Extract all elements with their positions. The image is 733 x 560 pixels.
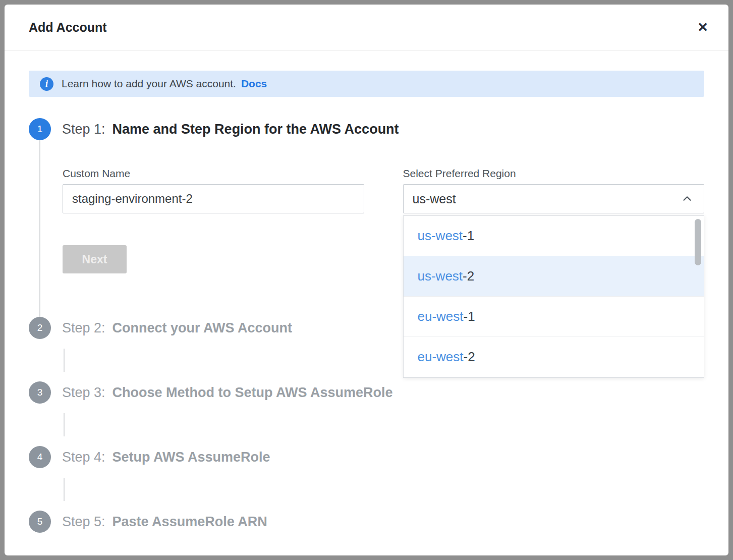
region-option-us-west-1[interactable]: us-west-1 — [404, 216, 704, 256]
custom-name-input[interactable] — [63, 184, 364, 213]
step-3-label: Step 3: — [62, 385, 105, 400]
option-rest-text: -2 — [464, 349, 475, 365]
step-1-body: Custom Name Next Select Preferred Region… — [39, 140, 704, 317]
option-match-text: us-west — [418, 228, 463, 244]
info-icon: i — [40, 77, 53, 91]
step-4-text: Step 4:Setup AWS AssumeRole — [62, 450, 270, 465]
step-5-label: Step 5: — [62, 514, 105, 529]
step-2-label: Step 2: — [62, 320, 105, 335]
step-4-header: 4 Step 4:Setup AWS AssumeRole — [29, 446, 704, 468]
step-2-text: Step 2:Connect your AWS Account — [62, 320, 292, 336]
region-dropdown-menu: us-west-1 us-west-2 eu-west-1 eu-west-2 — [403, 215, 705, 378]
step-1-text: Step 1:Name and Step Region for the AWS … — [62, 122, 399, 137]
step-1-label: Step 1: — [62, 122, 105, 137]
step-3-header: 3 Step 3:Choose Method to Setup AWS Assu… — [29, 381, 704, 404]
banner-text: Learn how to add your AWS account. — [62, 78, 236, 90]
region-select-value: us-west — [413, 192, 456, 206]
steps-list: 1 Step 1:Name and Step Region for the AW… — [5, 97, 728, 533]
region-select-wrap: us-west us-west-1 us-west-2 — [403, 184, 705, 213]
dropdown-scrollbar[interactable] — [695, 219, 701, 265]
step-5-title: Paste AssumeRole ARN — [112, 514, 267, 529]
custom-name-column: Custom Name Next — [63, 167, 364, 273]
region-option-us-west-2[interactable]: us-west-2 — [404, 256, 704, 297]
add-account-modal: Add Account ✕ i Learn how to add your AW… — [5, 5, 728, 555]
option-match-text: eu-west — [418, 309, 464, 324]
step-4-label: Step 4: — [62, 450, 105, 465]
region-select[interactable]: us-west — [403, 184, 705, 213]
modal-title: Add Account — [29, 20, 107, 35]
step-connector — [64, 468, 704, 511]
option-match-text: us-west — [418, 268, 463, 284]
step-3-title: Choose Method to Setup AWS AssumeRole — [112, 385, 393, 400]
step-3-text: Step 3:Choose Method to Setup AWS Assume… — [62, 385, 393, 401]
step-4-number-badge: 4 — [29, 446, 51, 468]
step-5-text: Step 5:Paste AssumeRole ARN — [62, 514, 267, 530]
step-1-header: 1 Step 1:Name and Step Region for the AW… — [29, 118, 704, 140]
region-option-eu-west-2[interactable]: eu-west-2 — [404, 337, 704, 377]
step-3-number-badge: 3 — [29, 381, 51, 404]
option-match-text: eu-west — [418, 349, 464, 365]
step-1-title: Name and Step Region for the AWS Account — [112, 122, 399, 137]
option-rest-text: -2 — [463, 268, 474, 284]
region-column: Select Preferred Region us-west us-west-… — [403, 167, 705, 273]
region-label: Select Preferred Region — [403, 167, 705, 180]
step-5-header: 5 Step 5:Paste AssumeRole ARN — [29, 511, 704, 533]
modal-header: Add Account ✕ — [5, 5, 728, 50]
step-connector — [64, 404, 704, 446]
option-rest-text: -1 — [463, 228, 474, 244]
step-1-number-badge: 1 — [29, 118, 51, 140]
step-4-title: Setup AWS AssumeRole — [112, 450, 270, 465]
docs-link[interactable]: Docs — [241, 78, 267, 90]
info-banner: i Learn how to add your AWS account. Doc… — [29, 71, 704, 97]
option-rest-text: -1 — [464, 309, 475, 324]
step-2-title: Connect your AWS Account — [112, 320, 293, 335]
chevron-up-icon — [682, 193, 693, 204]
close-icon[interactable]: ✕ — [697, 21, 708, 34]
step-2-number-badge: 2 — [29, 317, 51, 339]
region-option-eu-west-1[interactable]: eu-west-1 — [404, 297, 704, 337]
next-button[interactable]: Next — [63, 245, 127, 273]
custom-name-label: Custom Name — [63, 167, 364, 180]
step-5-number-badge: 5 — [29, 511, 51, 533]
